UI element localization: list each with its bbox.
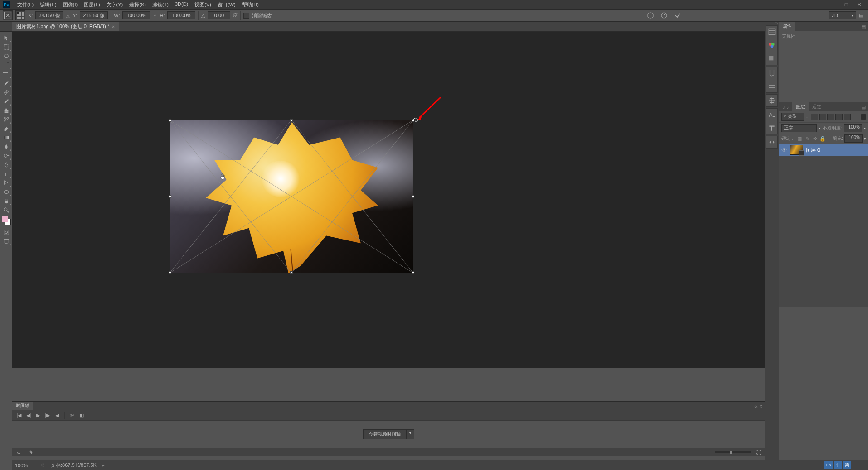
ime-lang[interactable]: EN: [824, 461, 833, 469]
blur-tool[interactable]: [1, 142, 11, 151]
transform-mode-icon[interactable]: [3, 10, 13, 20]
history-brush-tool[interactable]: [1, 115, 11, 124]
filter-pixel-icon[interactable]: [811, 114, 818, 120]
transition-icon[interactable]: ◧: [78, 412, 86, 419]
next-frame-icon[interactable]: |▶: [44, 412, 52, 419]
first-frame-icon[interactable]: |◀: [15, 412, 23, 419]
foreground-color[interactable]: [2, 216, 8, 222]
menu-view[interactable]: 视图(V): [192, 0, 214, 9]
layer-thumbnail[interactable]: [790, 145, 803, 155]
lock-all-icon[interactable]: 🔒: [820, 135, 826, 142]
menu-type[interactable]: 文字(Y): [104, 0, 126, 9]
cut-icon[interactable]: ✄: [68, 412, 76, 419]
timeline-zoom-slider[interactable]: [715, 451, 751, 453]
zoom-level[interactable]: 100%: [15, 463, 36, 468]
close-button[interactable]: ✕: [853, 0, 865, 9]
wand-tool[interactable]: [1, 61, 11, 70]
ime-mode[interactable]: 中: [834, 461, 842, 469]
marquee-tool[interactable]: [1, 43, 11, 52]
filter-dropdown-icon[interactable]: ⌄: [806, 115, 809, 119]
lock-position-icon[interactable]: ✥: [812, 135, 818, 142]
filter-smart-icon[interactable]: [844, 114, 851, 120]
create-timeline-button[interactable]: 创建视频时间轴: [363, 429, 407, 439]
canvas-area[interactable]: [12, 32, 779, 368]
x-input[interactable]: [35, 11, 63, 19]
w-input[interactable]: [122, 11, 150, 19]
maximize-button[interactable]: □: [840, 0, 853, 9]
type-tool[interactable]: T: [1, 169, 11, 178]
character-panel-icon[interactable]: A: [768, 110, 776, 119]
last-frame-icon[interactable]: ◀: [53, 412, 61, 419]
menu-edit[interactable]: 编辑(E): [37, 0, 59, 9]
filter-type-icon[interactable]: [827, 114, 834, 120]
expand-arrow-icon[interactable]: ››: [775, 21, 778, 25]
filter-shape-icon[interactable]: [835, 114, 843, 120]
create-timeline-dropdown[interactable]: ▾: [407, 429, 414, 439]
menu-layer[interactable]: 图层(L): [81, 0, 102, 9]
blend-mode-select[interactable]: 正常: [781, 124, 817, 132]
document-info[interactable]: 文档:867.5 K/867.5K: [51, 462, 97, 469]
panel-menu-icon[interactable]: ▤: [859, 22, 868, 31]
menu-file[interactable]: 文件(F): [15, 0, 36, 9]
ime-script[interactable]: 简: [843, 461, 851, 469]
shape-tool[interactable]: [1, 187, 11, 197]
menu-3d[interactable]: 3D(D): [172, 0, 191, 9]
antialias-checkbox[interactable]: [243, 13, 249, 19]
panel-menu-icon[interactable]: ▤: [859, 103, 868, 111]
quickmask-tool[interactable]: [1, 228, 11, 237]
menu-window[interactable]: 窗口(W): [215, 0, 238, 9]
y-input[interactable]: [80, 11, 108, 19]
document-canvas[interactable]: [170, 120, 413, 273]
path-select-tool[interactable]: [1, 178, 11, 187]
lock-pixels-icon[interactable]: ✎: [804, 135, 810, 142]
eraser-tool[interactable]: [1, 124, 11, 133]
link-icon[interactable]: ⚭: [153, 13, 157, 18]
lasso-tool[interactable]: [1, 52, 11, 61]
cancel-transform-icon[interactable]: [660, 12, 668, 19]
opacity-input[interactable]: 100%: [844, 124, 862, 132]
menu-help[interactable]: 帮助(H): [239, 0, 262, 9]
clone-source-icon[interactable]: [768, 96, 776, 105]
timeline-convert-icon[interactable]: ↯: [27, 449, 35, 456]
layer-name[interactable]: 图层 0: [806, 147, 820, 153]
properties-tab[interactable]: 属性: [779, 22, 795, 31]
filter-toggle[interactable]: [861, 114, 866, 120]
layers-tab[interactable]: 图层: [792, 102, 809, 111]
zoom-tool[interactable]: [1, 206, 11, 215]
timeline-close[interactable]: ‹‹×: [752, 403, 765, 410]
minimize-button[interactable]: —: [827, 0, 840, 9]
timeline-zoom-icon[interactable]: ⛶: [754, 449, 762, 456]
screenmode-tool[interactable]: [1, 237, 11, 246]
reference-point-grid[interactable]: [15, 10, 25, 20]
timeline-options-icon[interactable]: ∞: [15, 449, 23, 456]
brush-presets-icon[interactable]: [768, 82, 776, 91]
move-tool[interactable]: [1, 34, 11, 43]
gradient-tool[interactable]: [1, 133, 11, 142]
info-dropdown-icon[interactable]: ▸: [102, 462, 105, 468]
channels-tab[interactable]: 通道: [809, 102, 825, 111]
heal-tool[interactable]: [1, 88, 11, 97]
layer-item[interactable]: 图层 0: [779, 144, 868, 156]
h-input[interactable]: [167, 11, 195, 19]
fill-input[interactable]: 100%: [844, 134, 863, 143]
history-panel-icon[interactable]: [768, 28, 776, 36]
menu-image[interactable]: 图像(I): [60, 0, 80, 9]
rotation-input[interactable]: [208, 11, 230, 19]
menu-filter[interactable]: 滤镜(T): [150, 0, 171, 9]
warp-icon[interactable]: [647, 12, 654, 19]
menu-select[interactable]: 选择(S): [126, 0, 149, 9]
workspace-select[interactable]: 3D▾: [829, 11, 856, 19]
play-icon[interactable]: ▶: [34, 412, 42, 419]
commit-transform-icon[interactable]: [674, 12, 681, 19]
swatches-panel-icon[interactable]: [768, 55, 776, 63]
delta-icon[interactable]: △: [66, 13, 70, 18]
visibility-toggle-icon[interactable]: [781, 147, 787, 153]
lock-transparency-icon[interactable]: ▦: [796, 135, 803, 142]
prev-frame-icon[interactable]: ◀|: [24, 412, 33, 419]
options-menu-icon[interactable]: ▤: [859, 12, 865, 19]
document-tab[interactable]: 图片素材1.png @ 100% (图层 0, RGB/8) * ×: [12, 22, 119, 31]
hand-tool[interactable]: [1, 197, 11, 206]
filter-adjust-icon[interactable]: [819, 114, 826, 120]
dodge-tool[interactable]: [1, 151, 11, 160]
stamp-tool[interactable]: [1, 106, 11, 115]
